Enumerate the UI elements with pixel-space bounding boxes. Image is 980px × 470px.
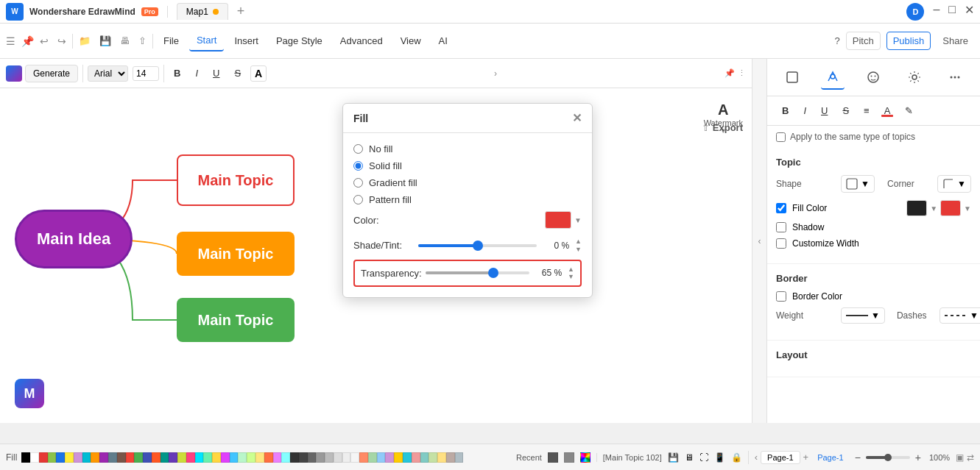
save-status-icon[interactable]: 💾 (668, 452, 679, 463)
color-light-purple2[interactable] (273, 452, 282, 463)
shade-stepper[interactable]: ▲ ▼ (575, 238, 582, 254)
color-cyan2[interactable] (403, 452, 412, 463)
fullscreen-icon[interactable]: ⛶ (699, 452, 708, 463)
bold-right-btn[interactable]: B (776, 102, 794, 119)
color-light-green2[interactable] (238, 452, 247, 463)
close-button[interactable]: ✕ (965, 3, 974, 21)
color-black[interactable] (21, 452, 30, 463)
color-light-blue[interactable] (195, 452, 204, 463)
bold-button[interactable]: B (169, 65, 186, 81)
zoom-out-btn[interactable]: − (853, 452, 863, 463)
menu-ai[interactable]: AI (431, 31, 455, 51)
export-icon[interactable]: ⇧ (135, 32, 149, 49)
fill-option-solid[interactable]: Solid fill (353, 160, 582, 171)
color-indigo[interactable] (143, 452, 152, 463)
color-light-green3[interactable] (368, 452, 377, 463)
zoom-thumb[interactable] (884, 454, 892, 461)
italic-right-btn[interactable]: I (797, 102, 812, 119)
fill-color-swatch[interactable] (545, 211, 571, 229)
color-light-amber[interactable] (255, 452, 264, 463)
color-dark-grey[interactable] (290, 452, 299, 463)
strike-right-btn[interactable]: S (836, 102, 855, 119)
topic-mid-node[interactable]: Main Topic (177, 232, 295, 276)
publish-button[interactable]: Publish (886, 32, 931, 50)
shade-up[interactable]: ▲ (575, 238, 582, 246)
fill-color-dark-swatch[interactable] (906, 200, 927, 216)
shadow-checkbox[interactable] (776, 222, 786, 232)
fill-red-arrow[interactable]: ▼ (964, 204, 971, 213)
color-light-green[interactable] (203, 452, 212, 463)
phone-icon[interactable]: 📱 (714, 452, 725, 463)
align-right-btn[interactable]: ≡ (858, 102, 875, 119)
export-top-icon[interactable]: ⇧ (702, 122, 710, 133)
more-options-icon[interactable]: ⋮ (738, 68, 746, 78)
color-orange[interactable] (91, 452, 99, 463)
text-color-right-btn[interactable]: A (878, 102, 897, 119)
color-blue-grey[interactable] (108, 452, 117, 463)
export-label[interactable]: Export (713, 122, 743, 133)
color-pink[interactable] (186, 452, 195, 463)
fill-option-pattern[interactable]: Pattern fill (353, 194, 582, 205)
transparency-slider[interactable] (426, 271, 529, 274)
menu-start[interactable]: Start (189, 30, 224, 51)
color-light-deep-orange[interactable] (359, 452, 368, 463)
pin-icon[interactable]: 📌 (21, 35, 34, 47)
menu-advanced[interactable]: Advanced (333, 31, 390, 51)
topic-top-node[interactable]: Main Topic (177, 154, 295, 206)
color-light-teal[interactable] (420, 452, 429, 463)
active-tab[interactable]: Map1 (177, 3, 228, 20)
screen-icon[interactable]: 🖥 (685, 452, 694, 463)
color-light-blue-grey[interactable] (455, 452, 464, 463)
fill-radio-pattern[interactable] (353, 195, 363, 204)
color-light-lime[interactable] (247, 452, 255, 463)
sidebar-icon-style[interactable] (821, 65, 845, 90)
lock-icon[interactable]: 🔒 (731, 452, 742, 463)
recent-color-2[interactable] (564, 452, 574, 463)
share-button[interactable]: Share (937, 32, 974, 49)
undo-button[interactable]: ↩ (37, 32, 52, 50)
color-light-cyan[interactable] (281, 452, 290, 463)
color-almost-white[interactable] (350, 452, 359, 463)
strikethrough-button[interactable]: S (229, 65, 246, 81)
underline-right-btn[interactable]: U (815, 102, 833, 119)
sidebar-icon-emoji[interactable] (861, 65, 885, 90)
color-amber[interactable] (212, 452, 221, 463)
minimize-button[interactable]: – (933, 3, 940, 21)
color-light-red[interactable] (412, 452, 420, 463)
color-lightest-grey[interactable] (334, 452, 342, 463)
fill-radio-solid[interactable] (353, 161, 363, 171)
color-deep-purple[interactable] (169, 452, 177, 463)
fill-color-dropdown-arrow[interactable]: ▼ (574, 216, 582, 224)
sidebar-toggle-icon[interactable]: ☰ (6, 35, 15, 47)
color-light-blue3[interactable] (377, 452, 386, 463)
zoom-slider[interactable] (866, 456, 910, 459)
color-red[interactable] (39, 452, 48, 463)
font-family-select[interactable]: Arial (88, 65, 128, 82)
color-light-grey[interactable] (316, 452, 325, 463)
apply-same-checkbox[interactable] (776, 132, 786, 142)
transparency-up[interactable]: ▲ (568, 266, 574, 274)
transparency-thumb[interactable] (488, 268, 498, 278)
color-green2[interactable] (134, 452, 143, 463)
user-avatar[interactable]: D (906, 3, 924, 21)
sidebar-icon-shape[interactable] (780, 65, 804, 90)
page-tab-1[interactable]: Page-1 (761, 451, 800, 464)
add-page-btn[interactable]: + (803, 452, 809, 463)
color-yellow2[interactable] (394, 452, 403, 463)
menu-file[interactable]: File (156, 31, 186, 51)
color-light-blue2[interactable] (230, 452, 239, 463)
zoom-in-btn[interactable]: + (913, 452, 923, 463)
pin-right-icon[interactable]: 📌 (725, 68, 735, 78)
color-white[interactable] (30, 452, 39, 463)
fill-color-checkbox[interactable] (776, 203, 786, 213)
color-lime[interactable] (177, 452, 186, 463)
color-light-brown[interactable] (446, 452, 455, 463)
text-highlight-right-btn[interactable]: ✎ (899, 102, 919, 119)
customize-checkbox[interactable] (776, 238, 786, 249)
fill-dark-arrow[interactable]: ▼ (930, 204, 937, 213)
fill-dialog-close-button[interactable]: ✕ (572, 111, 582, 125)
color-deep-orange[interactable] (152, 452, 161, 463)
fill-color-red-swatch[interactable] (940, 200, 961, 216)
recent-color-1[interactable] (548, 452, 558, 463)
font-size-input[interactable] (133, 66, 159, 81)
